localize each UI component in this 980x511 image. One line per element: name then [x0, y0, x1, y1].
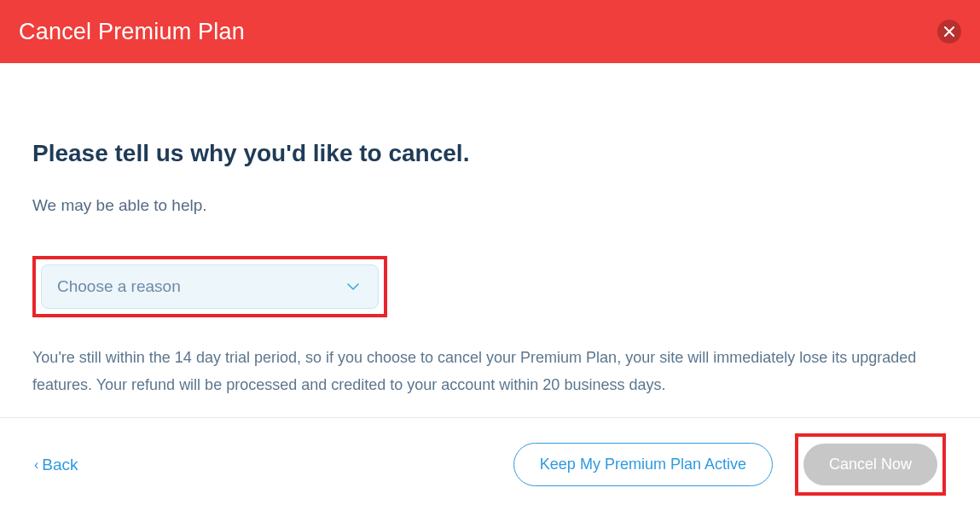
back-link[interactable]: ‹ Back: [34, 456, 78, 474]
close-icon: [944, 26, 954, 37]
back-label: Back: [42, 456, 78, 474]
reason-dropdown[interactable]: Choose a reason: [41, 264, 379, 309]
cancel-heading: Please tell us why you'd like to cancel.: [32, 140, 948, 167]
chevron-left-icon: ‹: [34, 457, 38, 473]
modal-header: Cancel Premium Plan: [0, 0, 980, 63]
cancel-info-text: You're still within the 14 day trial per…: [32, 345, 948, 398]
close-button[interactable]: [937, 20, 961, 44]
highlight-cancel-button: Cancel Now: [795, 433, 946, 496]
reason-dropdown-placeholder: Choose a reason: [57, 277, 181, 296]
cancel-now-button[interactable]: Cancel Now: [803, 444, 937, 485]
chevron-down-icon: [347, 283, 359, 291]
modal-body: Please tell us why you'd like to cancel.…: [0, 63, 980, 398]
cancel-subheading: We may be able to help.: [32, 196, 948, 215]
keep-plan-button[interactable]: Keep My Premium Plan Active: [513, 443, 773, 486]
modal-footer: ‹ Back Keep My Premium Plan Active Cance…: [0, 417, 980, 511]
modal-title: Cancel Premium Plan: [19, 19, 245, 45]
footer-actions: Keep My Premium Plan Active Cancel Now: [513, 433, 946, 496]
modal-cancel-premium: Cancel Premium Plan Please tell us why y…: [0, 0, 980, 511]
highlight-dropdown: Choose a reason: [32, 256, 387, 317]
